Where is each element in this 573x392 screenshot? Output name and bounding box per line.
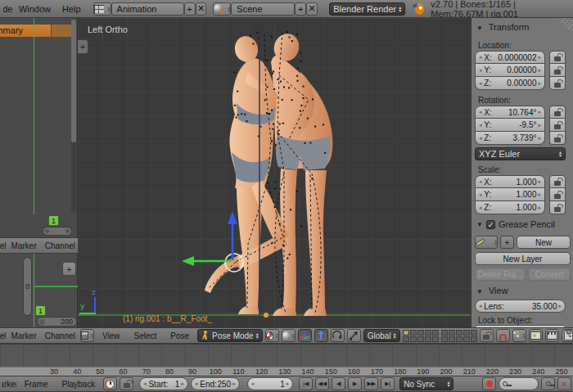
frame-start-field[interactable]: ◂ Start:1▸ xyxy=(139,377,188,390)
viewport-3d[interactable]: z y Left Ortho + (1) rig.001 : b__R_Foot… xyxy=(78,18,471,327)
render-opengl-anim-button[interactable] xyxy=(545,329,559,342)
location-y-lock-button[interactable] xyxy=(549,64,566,77)
scale-z-field[interactable]: ◂ Z:1.000▸ xyxy=(475,201,545,214)
scale-y-lock-button[interactable] xyxy=(549,188,566,201)
slider-handle[interactable] xyxy=(39,319,45,325)
pivot-point-button[interactable]: ▴▾ xyxy=(265,329,279,342)
gr-menu-marker[interactable]: Marker xyxy=(6,331,43,340)
tl-menu-playback[interactable]: Playback xyxy=(56,380,102,389)
ds-menu-marker[interactable]: Marker xyxy=(6,241,43,250)
tl-menu-frame[interactable]: Frame xyxy=(19,380,54,389)
v3d-menu-pose[interactable]: Pose xyxy=(165,331,195,340)
scene-icon-button[interactable]: ▴▾ xyxy=(213,2,231,16)
layer-grid-2[interactable] xyxy=(441,330,477,342)
view-panel-header[interactable]: ▼ View xyxy=(476,286,508,295)
tl-menu-marker[interactable]: Marker xyxy=(2,380,16,389)
next-keyframe-button[interactable]: ▶▶ xyxy=(364,377,378,390)
rotation-z-lock-button[interactable] xyxy=(549,132,566,145)
snap-toggle-button[interactable] xyxy=(496,329,510,342)
dope-sheet-area[interactable]: Summary 1 xyxy=(0,18,78,237)
location-z-field[interactable]: ◂ Z:0.00000▸ xyxy=(475,77,545,90)
grease-new-button[interactable]: New xyxy=(517,236,571,249)
insert-keyframe-button[interactable] xyxy=(541,377,555,390)
ds-menu-select[interactable]: Select xyxy=(0,241,6,250)
rotation-y-lock-button[interactable] xyxy=(549,119,566,132)
v3d-menu-select[interactable]: Select xyxy=(129,331,163,340)
play-reverse-button[interactable]: ◀ xyxy=(332,377,345,390)
prev-keyframe-button[interactable]: ◀◀ xyxy=(315,377,329,390)
lens-field[interactable]: ◂ Lens:35.000▸ xyxy=(475,300,566,313)
graph-vscrollbar[interactable]: 0 xyxy=(23,257,32,316)
layout-name-field[interactable]: Animation xyxy=(111,2,184,16)
rotate-manipulator-button[interactable] xyxy=(331,329,345,342)
snap-element-button[interactable]: ▴▾ xyxy=(512,329,526,342)
frame-end-field[interactable]: ◂ End:250▸ xyxy=(191,377,240,390)
preview-range-button[interactable] xyxy=(103,377,117,390)
layout-icon-button[interactable]: ▴▾ xyxy=(93,2,111,16)
autokey-record-button[interactable] xyxy=(482,377,496,390)
grease-add-button[interactable]: + xyxy=(500,236,514,249)
convert-button[interactable]: Convert xyxy=(528,268,571,281)
render-opengl-button[interactable] xyxy=(529,329,543,342)
copy-pose-button[interactable] xyxy=(562,329,573,342)
jump-end-button[interactable]: ▶| xyxy=(381,377,395,390)
keying-set-field[interactable] xyxy=(499,377,539,390)
graph-frame-badge[interactable]: 1 xyxy=(35,305,46,316)
scale-x-lock-button[interactable] xyxy=(549,175,566,188)
mode-select[interactable]: Pose Mode ▴▾ xyxy=(197,329,263,342)
location-y-field[interactable]: ◂ Y:0.00000▸ xyxy=(475,64,545,77)
timeline-band[interactable] xyxy=(0,344,573,367)
rotation-z-field[interactable]: ◂ Z:3.739°▸ xyxy=(475,132,545,145)
menu-window[interactable]: Window xyxy=(13,4,56,14)
play-button[interactable]: ▶ xyxy=(348,377,362,390)
shading-mode-button[interactable]: ▴▾ xyxy=(282,329,296,342)
rotation-x-lock-button[interactable] xyxy=(549,106,566,119)
orientation-select[interactable]: Global▴▾ xyxy=(363,329,400,342)
grease-draw-mode-button[interactable]: ▴▾ xyxy=(475,236,498,249)
menu-render-clipped[interactable]: Render xyxy=(3,4,13,14)
dopesheet-vscrollbar[interactable] xyxy=(71,20,76,213)
manipulator-toggle-button[interactable] xyxy=(298,329,312,342)
delete-frames-button[interactable]: Delete Fra... xyxy=(475,268,526,281)
ds-menu-channel[interactable]: Channel xyxy=(43,241,78,250)
v3d-menu-view[interactable]: View xyxy=(97,331,126,340)
dopesheet-playhead-line[interactable] xyxy=(34,18,34,214)
editor-type-button[interactable]: ▴▾ xyxy=(80,329,94,342)
translate-manipulator-button[interactable] xyxy=(314,329,328,342)
rotation-x-field[interactable]: ◂ X:10.764°▸ xyxy=(475,106,545,119)
dopesheet-hscrollbar[interactable] xyxy=(43,227,72,236)
delete-keyframe-button[interactable]: ✕ xyxy=(557,377,571,390)
scale-manipulator-button[interactable] xyxy=(347,329,361,342)
scale-z-lock-button[interactable] xyxy=(549,201,566,214)
grease-pencil-panel-header[interactable]: ▼ ✓ Grease Pencil xyxy=(476,219,555,229)
new-layer-button[interactable]: New Layer xyxy=(475,252,571,265)
rotation-y-field[interactable]: ◂ Y:-9.5°▸ xyxy=(475,119,545,132)
current-frame-field[interactable]: ◂1▸ xyxy=(247,377,294,390)
scene-close-button[interactable]: ✕ xyxy=(306,2,318,16)
dopesheet-summary-row[interactable]: Summary xyxy=(0,25,51,37)
gr-menu-channel[interactable]: Channel xyxy=(43,331,78,340)
location-z-lock-button[interactable] xyxy=(549,77,566,90)
grease-pencil-checkbox[interactable]: ✓ xyxy=(486,220,495,229)
male-figure[interactable] xyxy=(270,30,332,316)
graph-add-tab-button[interactable]: + xyxy=(62,262,76,276)
scale-x-field[interactable]: ◂ X:1.000▸ xyxy=(475,175,545,188)
menu-help[interactable]: Help xyxy=(56,4,87,14)
graph-playhead-line[interactable] xyxy=(34,254,34,327)
scene-name-field[interactable]: Scene xyxy=(231,2,295,16)
dopesheet-frame-badge[interactable]: 1 xyxy=(48,215,59,226)
location-x-lock-button[interactable] xyxy=(549,51,566,64)
scene-lock-button[interactable] xyxy=(480,329,494,342)
scale-y-field[interactable]: ◂ Y:1.000▸ xyxy=(475,188,545,201)
gr-menu-select[interactable]: Select xyxy=(0,331,6,340)
scene-add-button[interactable]: + xyxy=(295,2,306,16)
sync-mode-select[interactable]: No Sync▴▾ xyxy=(399,377,453,390)
graph-zoom-slider[interactable]: 200 xyxy=(37,317,77,327)
rotation-mode-select[interactable]: XYZ Euler▴▾ xyxy=(475,147,566,160)
jump-start-button[interactable]: |◀ xyxy=(299,377,313,390)
layout-close-button[interactable]: ✕ xyxy=(196,2,207,16)
layer-grid-1[interactable] xyxy=(403,330,439,342)
toolbar-open-tab[interactable]: + xyxy=(78,39,88,54)
lock-time-button[interactable] xyxy=(120,377,133,390)
location-x-field[interactable]: ◂ X:0.0000002▸ xyxy=(475,51,545,64)
